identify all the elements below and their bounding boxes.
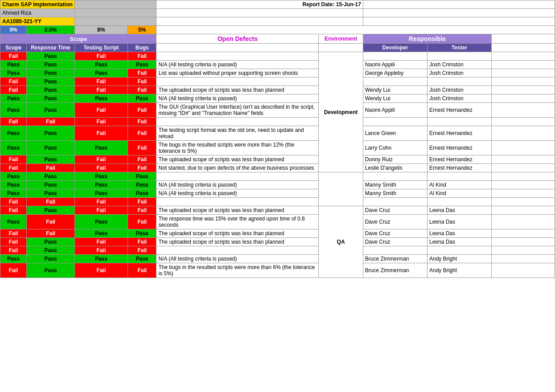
scope-cell: Pass bbox=[0, 215, 27, 229]
bugs-col-header: Bugs bbox=[128, 44, 156, 52]
extra-cell bbox=[492, 255, 555, 263]
report-date-value: 15-Jun-17 bbox=[336, 1, 361, 8]
response-cell: Fail bbox=[27, 229, 75, 238]
scope-cell: Fail bbox=[0, 246, 27, 255]
tester-cell: Josh Crimston bbox=[428, 69, 492, 78]
response-cell: Pass bbox=[27, 155, 75, 164]
extra-cell bbox=[492, 103, 555, 118]
defect-cell: The GUI (Graphical User Interface) isn't… bbox=[156, 103, 319, 118]
defect-cell: The uploaded scope of scripts was less t… bbox=[156, 155, 319, 164]
bugs-cell: Pass bbox=[128, 229, 156, 238]
blank6-cell bbox=[156, 17, 363, 26]
defect-cell bbox=[156, 52, 319, 61]
env-col-blank bbox=[319, 44, 363, 52]
response-cell: Pass bbox=[27, 172, 75, 181]
scope-cell: Pass bbox=[0, 103, 27, 118]
extra-cell bbox=[492, 118, 555, 126]
table-row: FailFailFailFail bbox=[0, 118, 555, 126]
table-row: PassFailPassFailThe response time was 15… bbox=[0, 215, 555, 229]
extra-cell bbox=[492, 246, 555, 255]
extra-cell bbox=[492, 61, 555, 69]
developer-cell: Dave Cruz bbox=[363, 206, 427, 215]
script-cell: Pass bbox=[74, 229, 127, 238]
defect-cell: The bugs in the resulted scripts were mo… bbox=[156, 263, 319, 278]
developer-cell: Manny Smith bbox=[363, 181, 427, 189]
extra-cell bbox=[492, 86, 555, 94]
scope-cell: Pass bbox=[0, 181, 27, 189]
script-cell: Fail bbox=[74, 86, 127, 94]
script-cell: Fail bbox=[74, 263, 127, 278]
script-cell: Pass bbox=[74, 189, 127, 198]
scope-cell: Fail bbox=[0, 164, 27, 172]
report-date-label: Report Date: bbox=[302, 1, 334, 8]
script-cell: Fail bbox=[74, 246, 127, 255]
blank7-cell bbox=[363, 17, 555, 26]
scope-cell: Fail bbox=[0, 229, 27, 238]
script-cell: Fail bbox=[74, 198, 127, 206]
extra-cell bbox=[492, 229, 555, 238]
script-cell: Fail bbox=[74, 126, 127, 141]
blank3-cell bbox=[156, 9, 363, 17]
response-cell: Pass bbox=[27, 94, 75, 103]
bugs-cell: Pass bbox=[128, 181, 156, 189]
extra-cell bbox=[492, 155, 555, 164]
defect-cell: N/A (All testing criteria is passed) bbox=[156, 94, 319, 103]
tester-cell: Ernest Hernandez bbox=[428, 141, 492, 155]
response-cell: Pass bbox=[27, 206, 75, 215]
script-cell: Fail bbox=[74, 238, 127, 246]
blank-cell bbox=[74, 0, 156, 9]
bugs-cell: Fail bbox=[128, 206, 156, 215]
extra-cell bbox=[492, 94, 555, 103]
tester-cell: Andy Bright bbox=[428, 255, 492, 263]
script-cell: Fail bbox=[74, 155, 127, 164]
open-defects-header: Open Defects bbox=[156, 34, 319, 44]
script-cell: Fail bbox=[74, 206, 127, 215]
response-cell: Pass bbox=[27, 126, 75, 141]
tester-cell bbox=[428, 172, 492, 181]
bugs-cell: Fail bbox=[128, 215, 156, 229]
table-row: PassPassFailFailThe GUI (Graphical User … bbox=[0, 103, 555, 118]
developer-cell: Wendy Lui bbox=[363, 94, 427, 103]
bugs-cell: Fail bbox=[128, 155, 156, 164]
extra-cell bbox=[492, 198, 555, 206]
person-cell: Ahmed Riza bbox=[0, 9, 75, 17]
blank9-cell bbox=[492, 34, 555, 44]
table-row: FailPassFailFailThe uploaded scope of sc… bbox=[0, 155, 555, 164]
extra-cell bbox=[492, 164, 555, 172]
env-header: Environment bbox=[319, 34, 363, 44]
blank10-cell bbox=[492, 44, 555, 52]
table-row: PassPassPassPassN/A (All testing criteri… bbox=[0, 189, 555, 198]
defect-cell bbox=[156, 246, 319, 255]
table-row: FailPassFailFailDevelopment bbox=[0, 52, 555, 61]
bugs-cell: Fail bbox=[128, 126, 156, 141]
extra-cell bbox=[363, 0, 555, 9]
defect-cell: N/A (All testing criteria is passed) bbox=[156, 181, 319, 189]
developer-cell bbox=[363, 78, 427, 86]
extra-cell bbox=[492, 78, 555, 86]
tester-cell bbox=[428, 118, 492, 126]
response-cell: Fail bbox=[27, 215, 75, 229]
extra-cell bbox=[492, 189, 555, 198]
response-cell: Pass bbox=[27, 61, 75, 69]
environment-cell bbox=[319, 172, 363, 206]
extra-cell bbox=[492, 215, 555, 229]
pct2-cell: 2.5% bbox=[27, 26, 75, 34]
developer-cell: Naomi Appili bbox=[363, 103, 427, 118]
defect-cell: The uploaded scope of scripts was less t… bbox=[156, 206, 319, 215]
developer-cell: Dave Cruz bbox=[363, 238, 427, 246]
response-cell: Pass bbox=[27, 103, 75, 118]
developer-cell: Dave Cruz bbox=[363, 229, 427, 238]
scope-cell: Fail bbox=[0, 206, 27, 215]
response-cell: Fail bbox=[27, 198, 75, 206]
bugs-cell: Fail bbox=[128, 118, 156, 126]
script-cell: Fail bbox=[74, 118, 127, 126]
tester-cell: Al Kind bbox=[428, 189, 492, 198]
defect-cell: The bugs in the resulted scripts were mo… bbox=[156, 141, 319, 155]
response-cell: Pass bbox=[27, 263, 75, 278]
defect-cell: The response time was 15% over the agree… bbox=[156, 215, 319, 229]
script-cell: Fail bbox=[74, 103, 127, 118]
id-cell: AA1085-321-YY bbox=[0, 17, 75, 26]
scope-cell: Fail bbox=[0, 52, 27, 61]
response-cell: Fail bbox=[27, 164, 75, 172]
tester-cell: Ernest Hernandez bbox=[428, 126, 492, 141]
